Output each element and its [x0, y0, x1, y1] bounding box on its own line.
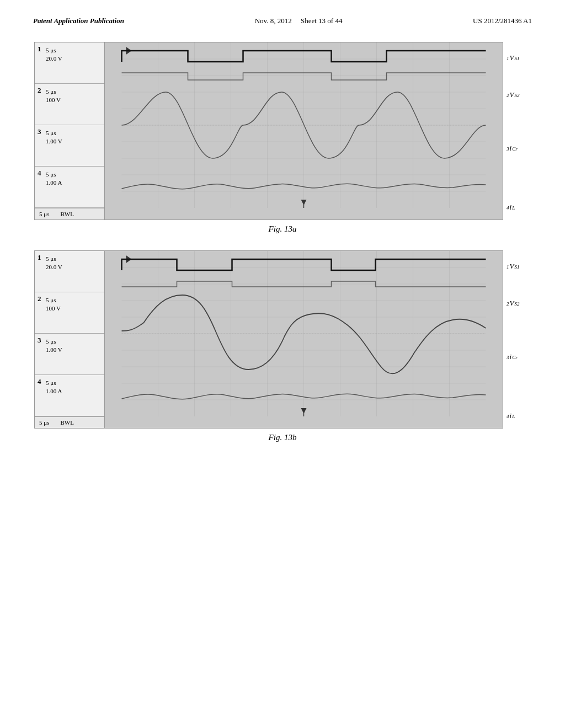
label-vs2-13a: 2 VS2: [507, 90, 531, 99]
figure-13a-label: Fig. 13a: [33, 224, 532, 234]
figure-13b: 1 5 μs 20.0 V 2 5 μs 100 V 3 5 μs 1.00 V…: [33, 250, 532, 442]
label-icr-13a: 3 iCr: [507, 144, 531, 153]
page-header: Patent Application Publication Nov. 8, 2…: [33, 17, 532, 25]
channel-3-box-13a: 3 5 μs 1.00 V: [35, 125, 104, 167]
channel-1-box-13a: 1 5 μs 20.0 V: [35, 42, 104, 84]
scope-left-panel-13a: 1 5 μs 20.0 V 2 5 μs 100 V 3 5 μs 1.00 V…: [34, 42, 105, 220]
patent-number: US 2012/281436 A1: [473, 17, 532, 25]
page: Patent Application Publication Nov. 8, 2…: [0, 0, 565, 728]
channel-4-box-13a: 4 5 μs 1.00 A: [35, 167, 104, 208]
scope-screen-13b: [105, 250, 503, 429]
right-labels-13a: 1 VS1 2 VS2 3 iCr 4 iL: [503, 42, 531, 220]
label-il-13b: 4 iL: [507, 411, 531, 420]
scope-left-panel-13b: 1 5 μs 20.0 V 2 5 μs 100 V 3 5 μs 1.00 V…: [34, 250, 105, 429]
publication-label: Patent Application Publication: [33, 17, 124, 25]
label-vs2-13b: 2 VS2: [507, 299, 531, 308]
scope-svg-13a: [105, 42, 503, 208]
scope-screen-13a: [105, 42, 503, 220]
date-label: Nov. 8, 2012 Sheet 13 of 44: [255, 17, 343, 25]
right-labels-13b: 1 VS1 2 VS2 3 iCr 4 iL: [503, 250, 531, 429]
label-icr-13b: 3 iCr: [507, 352, 531, 361]
bottom-bar-13b: 5 μs BWL: [35, 416, 104, 428]
label-vs1-13b: 1 VS1: [507, 262, 531, 271]
channel-2-box-13a: 2 5 μs 100 V: [35, 84, 104, 125]
channel-2-box-13b: 2 5 μs 100 V: [35, 292, 104, 334]
bottom-bar-13a: 5 μs BWL: [35, 208, 104, 220]
channel-4-box-13b: 4 5 μs 1.00 A: [35, 375, 104, 416]
channel-1-box-13b: 1 5 μs 20.0 V: [35, 251, 104, 292]
label-il-13a: 4 iL: [507, 203, 531, 212]
label-vs1-13a: 1 VS1: [507, 53, 531, 62]
scope-svg-13b: [105, 251, 503, 416]
figure-13b-label: Fig. 13b: [33, 433, 532, 442]
channel-3-box-13b: 3 5 μs 1.00 V: [35, 334, 104, 375]
figure-13a: 1 5 μs 20.0 V 2 5 μs 100 V 3 5 μs 1.00 V…: [33, 42, 532, 234]
